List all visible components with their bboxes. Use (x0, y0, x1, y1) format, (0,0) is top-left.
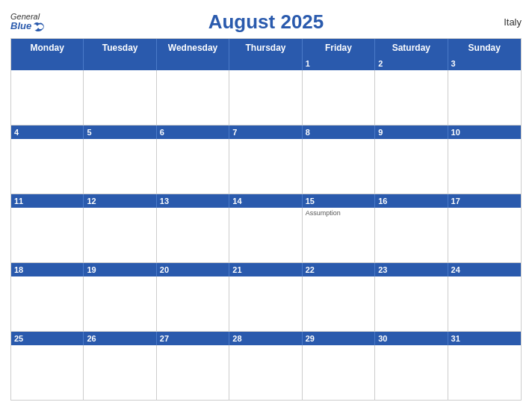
day-num-cell: 7 (229, 126, 302, 139)
day-num-cell: 14 (229, 194, 302, 208)
day-num-cell: 19 (84, 263, 156, 276)
day-content-cell (229, 139, 302, 194)
day-num-cell: 15 (303, 194, 375, 208)
day-content-cell (229, 276, 302, 331)
day-header-saturday: Saturday (375, 39, 448, 57)
day-content-cell (229, 208, 302, 262)
calendar-header: General Blue August 2025 Italy (10, 7, 522, 34)
day-num-cell: 3 (448, 57, 521, 70)
day-content-cell (229, 345, 302, 400)
day-num-cell: 9 (375, 126, 448, 139)
day-num-cell (11, 57, 84, 70)
day-num-cell: 11 (11, 194, 84, 208)
week-3: 11121314151617Assumption (11, 194, 521, 262)
day-content-cell (11, 276, 84, 331)
day-content-cell (375, 70, 448, 125)
day-content-cell (157, 276, 229, 331)
day-num-cell: 2 (375, 57, 448, 70)
day-content-cell (448, 139, 521, 194)
day-num-cell: 18 (11, 263, 84, 276)
day-content-cell (157, 70, 229, 125)
day-content-cell (84, 276, 156, 331)
day-content-cell (448, 208, 521, 262)
day-content-cell (11, 70, 84, 125)
day-content-cell (375, 276, 448, 331)
week-4: 18192021222324 (11, 262, 521, 331)
day-content-cell (84, 208, 156, 262)
day-content-cell (11, 139, 84, 194)
day-content-cell (157, 208, 229, 262)
day-content-cell (84, 345, 156, 400)
day-num-cell: 1 (303, 57, 375, 70)
day-num-cell: 23 (375, 263, 448, 276)
day-num-cell: 8 (303, 126, 375, 139)
day-content-cell (157, 139, 229, 194)
week-content-row-4 (11, 276, 521, 331)
day-num-cell: 31 (448, 332, 521, 345)
day-num-cell (157, 57, 229, 70)
day-header-wednesday: Wednesday (157, 39, 229, 57)
day-content-cell (303, 345, 375, 400)
day-num-cell: 22 (303, 263, 375, 276)
day-content-cell (303, 139, 375, 194)
day-num-cell: 17 (448, 194, 521, 208)
week-content-row-5 (11, 345, 521, 400)
day-content-cell (375, 139, 448, 194)
day-header-tuesday: Tuesday (84, 39, 156, 57)
day-num-cell: 25 (11, 332, 84, 345)
week-content-row-2 (11, 139, 521, 194)
day-content-cell (84, 70, 156, 125)
day-header-friday: Friday (303, 39, 375, 57)
calendar-weeks: 1234567891011121314151617Assumption18192… (11, 57, 521, 400)
day-num-cell: 6 (157, 126, 229, 139)
week-5: 25262728293031 (11, 331, 521, 400)
day-content-cell (448, 345, 521, 400)
week-content-row-3: Assumption (11, 208, 521, 262)
day-content-cell (11, 208, 84, 262)
week-num-row-3: 11121314151617 (11, 194, 521, 208)
day-content-cell (448, 70, 521, 125)
week-num-row-4: 18192021222324 (11, 263, 521, 276)
day-content-cell (375, 345, 448, 400)
day-num-cell: 4 (11, 126, 84, 139)
logo-blue-text: Blue (10, 21, 31, 31)
week-num-row-1: 123 (11, 57, 521, 70)
day-num-cell: 24 (448, 263, 521, 276)
country-label: Italy (504, 16, 522, 28)
day-content-cell (448, 276, 521, 331)
logo-bird-icon (33, 22, 45, 32)
day-num-cell: 13 (157, 194, 229, 208)
day-num-cell (84, 57, 156, 70)
week-2: 45678910 (11, 125, 521, 194)
day-num-cell: 28 (229, 332, 302, 345)
day-content-cell (303, 70, 375, 125)
day-num-cell: 30 (375, 332, 448, 345)
day-content-cell (84, 139, 156, 194)
day-header-sunday: Sunday (448, 39, 521, 57)
day-header-monday: Monday (11, 39, 84, 57)
day-content-cell (375, 208, 448, 262)
day-num-cell: 10 (448, 126, 521, 139)
logo: General Blue (10, 12, 45, 31)
day-num-cell (229, 57, 302, 70)
day-num-cell: 27 (157, 332, 229, 345)
week-num-row-5: 25262728293031 (11, 332, 521, 345)
day-content-cell (157, 345, 229, 400)
day-num-cell: 21 (229, 263, 302, 276)
day-headers-row: MondayTuesdayWednesdayThursdayFridaySatu… (11, 39, 521, 57)
day-num-cell: 12 (84, 194, 156, 208)
week-num-row-2: 45678910 (11, 126, 521, 139)
day-num-cell: 16 (375, 194, 448, 208)
day-num-cell: 26 (84, 332, 156, 345)
day-content-cell (11, 345, 84, 400)
day-content-cell (303, 276, 375, 331)
calendar-grid: MondayTuesdayWednesdayThursdayFridaySatu… (10, 38, 522, 401)
day-content-cell (229, 70, 302, 125)
day-num-cell: 20 (157, 263, 229, 276)
day-num-cell: 5 (84, 126, 156, 139)
day-content-cell: Assumption (303, 208, 375, 262)
calendar-title: August 2025 (208, 10, 324, 34)
day-num-cell: 29 (303, 332, 375, 345)
day-header-thursday: Thursday (229, 39, 302, 57)
week-content-row-1 (11, 70, 521, 125)
